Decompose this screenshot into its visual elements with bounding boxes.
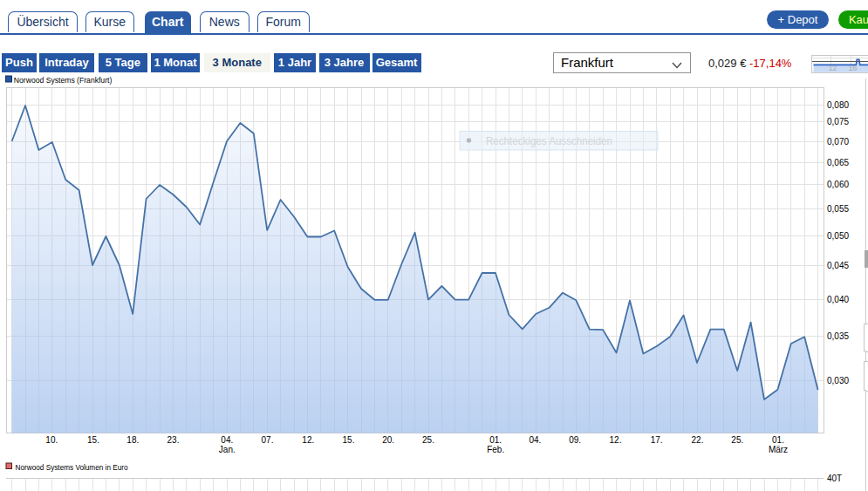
svg-text:12: 12 xyxy=(829,64,837,72)
svg-text:15.: 15. xyxy=(343,435,355,445)
svg-text:0,035: 0,035 xyxy=(827,331,849,341)
svg-text:07.: 07. xyxy=(262,435,274,445)
svg-text:25.: 25. xyxy=(422,435,434,445)
svg-text:Jan.: Jan. xyxy=(219,445,236,454)
svg-text:Rechteckiges Ausschneiden: Rechteckiges Ausschneiden xyxy=(486,135,612,147)
svg-text:20.: 20. xyxy=(382,435,394,445)
svg-text:März: März xyxy=(769,445,788,454)
svg-text:40T: 40T xyxy=(827,474,842,483)
svg-text:18.: 18. xyxy=(126,435,139,445)
svg-text:16: 16 xyxy=(849,64,858,72)
svg-text:22.: 22. xyxy=(692,435,704,445)
svg-text:0,065: 0,065 xyxy=(827,158,849,167)
svg-text:25.: 25. xyxy=(731,435,743,445)
svg-text:17.: 17. xyxy=(651,435,663,445)
svg-text:09.: 09. xyxy=(569,435,581,445)
svg-text:15.: 15. xyxy=(87,435,99,445)
svg-text:10.: 10. xyxy=(45,435,58,445)
svg-text:0,050: 0,050 xyxy=(827,231,849,241)
svg-text:0,080: 0,080 xyxy=(827,100,849,110)
svg-text:23.: 23. xyxy=(167,435,180,445)
svg-text:04.: 04. xyxy=(529,435,541,445)
svg-text:0,045: 0,045 xyxy=(827,261,849,270)
svg-text:01.: 01. xyxy=(772,435,784,445)
svg-text:12.: 12. xyxy=(610,435,622,445)
svg-text:0,060: 0,060 xyxy=(827,180,849,189)
svg-text:0,055: 0,055 xyxy=(827,204,849,214)
svg-text:Norwood Systems Volumen in Eur: Norwood Systems Volumen in Euro xyxy=(16,463,128,472)
svg-text:0,075: 0,075 xyxy=(827,117,849,126)
svg-text:01.: 01. xyxy=(489,435,502,445)
svg-text:0,040: 0,040 xyxy=(827,295,849,304)
svg-text:0,070: 0,070 xyxy=(827,137,849,147)
svg-text:Norwood Systems (Frankfurt): Norwood Systems (Frankfurt) xyxy=(14,76,113,85)
svg-text:0,030: 0,030 xyxy=(827,376,849,385)
svg-text:04.: 04. xyxy=(221,435,233,445)
svg-text:Feb.: Feb. xyxy=(487,445,504,454)
svg-text:12.: 12. xyxy=(302,435,314,445)
